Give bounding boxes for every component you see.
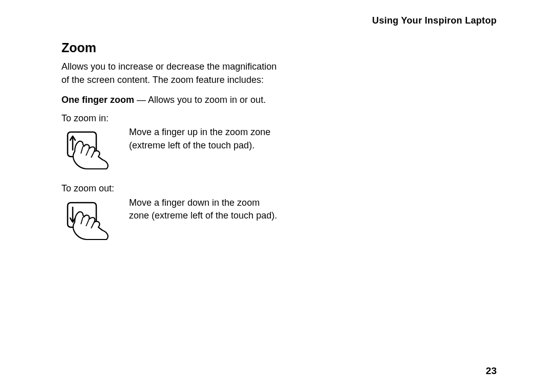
section-heading-zoom: Zoom <box>61 40 282 55</box>
running-header: Using Your Inspiron Laptop <box>61 15 497 26</box>
one-finger-zoom-line: One finger zoom — Allows you to zoom in … <box>61 94 282 107</box>
zoom-in-instruction: Move a finger up in the zoom zone (extre… <box>129 126 282 152</box>
manual-page: Using Your Inspiron Laptop Zoom Allows y… <box>0 0 553 392</box>
zoom-out-label: To zoom out: <box>61 182 282 195</box>
content-column: Zoom Allows you to increase or decrease … <box>61 40 282 242</box>
finger-up-touchpad-icon <box>66 129 114 171</box>
one-finger-zoom-label: One finger zoom <box>61 95 134 105</box>
zoom-in-label: To zoom in: <box>61 112 282 125</box>
finger-down-touchpad-icon <box>66 200 114 242</box>
zoom-out-row: Move a finger down in the zoom zone (ext… <box>61 197 282 242</box>
one-finger-zoom-desc: — Allows you to zoom in or out. <box>134 95 266 105</box>
zoom-in-row: Move a finger up in the zoom zone (extre… <box>61 126 282 171</box>
zoom-out-instruction: Move a finger down in the zoom zone (ext… <box>129 197 282 223</box>
page-number: 23 <box>486 365 497 377</box>
section-intro: Allows you to increase or decrease the m… <box>61 60 282 86</box>
